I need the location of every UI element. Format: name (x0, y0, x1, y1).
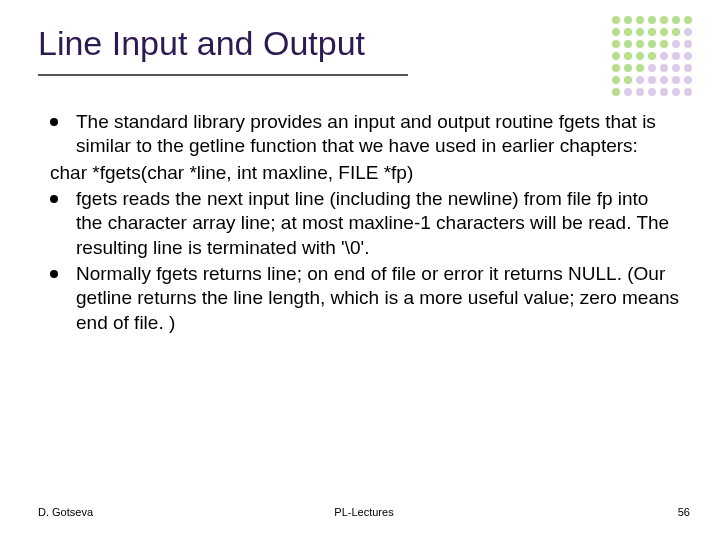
dot-icon (648, 52, 656, 60)
dot-icon (624, 88, 632, 96)
dot-icon (636, 88, 644, 96)
dot-icon (648, 16, 656, 24)
dot-icon (684, 64, 692, 72)
dot-icon (648, 40, 656, 48)
dot-icon (636, 40, 644, 48)
dot-icon (648, 76, 656, 84)
dot-icon (660, 40, 668, 48)
decorative-dot-grid (610, 14, 694, 98)
dot-icon (624, 76, 632, 84)
dot-icon (612, 76, 620, 84)
dot-icon (684, 40, 692, 48)
dot-icon (672, 64, 680, 72)
dot-icon (648, 88, 656, 96)
slide-title: Line Input and Output (38, 24, 365, 63)
dot-icon (612, 40, 620, 48)
dot-icon (624, 28, 632, 36)
dot-icon (672, 16, 680, 24)
dot-icon (684, 52, 692, 60)
dot-icon (624, 40, 632, 48)
dot-icon (660, 28, 668, 36)
dot-icon (660, 64, 668, 72)
dot-icon (672, 88, 680, 96)
title-underline (38, 74, 408, 76)
code-line: char *fgets(char *line, int maxline, FIL… (50, 161, 680, 185)
dot-icon (684, 76, 692, 84)
dot-icon (636, 52, 644, 60)
bullet-item: fgets reads the next input line (includi… (50, 187, 680, 260)
footer-center: PL-Lectures (38, 506, 690, 518)
dot-icon (612, 88, 620, 96)
dot-icon (684, 16, 692, 24)
dot-icon (672, 28, 680, 36)
dot-icon (636, 28, 644, 36)
slide-body: The standard library provides an input a… (50, 110, 680, 337)
dot-icon (612, 64, 620, 72)
dot-icon (660, 16, 668, 24)
bullet-item: The standard library provides an input a… (50, 110, 680, 159)
dot-icon (660, 76, 668, 84)
dot-icon (612, 16, 620, 24)
dot-icon (624, 16, 632, 24)
bullet-item: Normally fgets returns line; on end of f… (50, 262, 680, 335)
dot-icon (612, 52, 620, 60)
dot-icon (624, 64, 632, 72)
dot-icon (672, 40, 680, 48)
dot-icon (684, 28, 692, 36)
dot-icon (684, 88, 692, 96)
dot-icon (612, 28, 620, 36)
dot-icon (636, 16, 644, 24)
dot-icon (648, 28, 656, 36)
dot-icon (660, 52, 668, 60)
dot-icon (636, 76, 644, 84)
dot-icon (660, 88, 668, 96)
dot-icon (636, 64, 644, 72)
slide-footer: D. Gotseva PL-Lectures 56 (38, 506, 690, 518)
dot-icon (672, 76, 680, 84)
dot-icon (648, 64, 656, 72)
dot-icon (672, 52, 680, 60)
dot-icon (624, 52, 632, 60)
